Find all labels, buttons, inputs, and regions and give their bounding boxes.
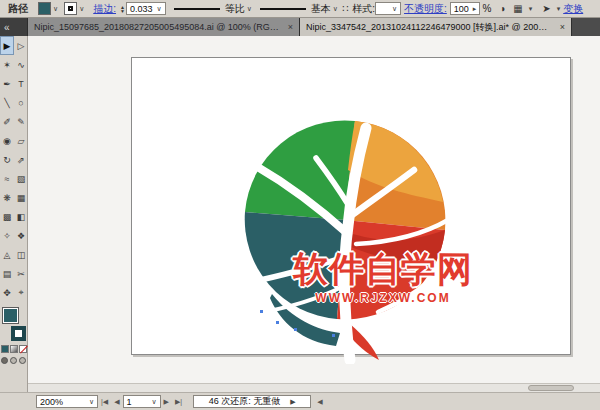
stroke-proxy-icon[interactable] [11, 326, 26, 341]
document-tabs: Nipic_15097685_20180827205005495084.ai @… [28, 18, 572, 36]
toolbox-grid: ▶▷✶∿✒T╲○✐✎◉▱↻⇗≈▧❋▦▩◧✧❖◬◫▤✂✥⌖ [0, 36, 27, 302]
live-paint-bucket-tool[interactable]: ◬ [0, 245, 14, 264]
previous-artboard-icon[interactable]: ◀ [114, 398, 119, 406]
warp-tool[interactable]: ≈ [0, 169, 14, 188]
graph-tool[interactable]: ▦ [14, 188, 28, 207]
blend-tool[interactable]: ❖ [14, 226, 28, 245]
paintbrush-tool[interactable]: ✐ [0, 112, 14, 131]
chevron-down-icon: ∨ [53, 5, 58, 13]
context-label: 路径 [8, 2, 28, 16]
normal-screen-mode-button[interactable] [1, 357, 8, 364]
lasso-tool[interactable]: ∿ [14, 55, 28, 74]
opacity-field[interactable]: 100 ▸ [450, 2, 481, 15]
zoom-level-dropdown[interactable]: 200% ∨ [36, 395, 98, 408]
menu-arrow-icon[interactable]: ▾ [529, 5, 533, 13]
align-icon[interactable]: ▦ [513, 3, 522, 14]
document-tab-title: Nipic_15097685_20180827205005495084.ai @… [34, 21, 283, 34]
stepper-down-icon[interactable]: ▼ [120, 9, 125, 13]
hand-tool[interactable]: ✥ [0, 283, 14, 302]
chevron-down-icon[interactable]: ∨ [333, 5, 338, 13]
style-dropdown[interactable]: ∨ [375, 2, 401, 15]
stroke-weight-stepper[interactable]: ▲ ▼ [120, 5, 125, 13]
fill-stroke-indicator[interactable] [0, 305, 28, 343]
direct-selection-tool[interactable]: ▷ [14, 36, 28, 55]
brush-definition-preview-icon [260, 8, 306, 10]
slice-tool[interactable]: ✂ [14, 264, 28, 283]
transform-panel-link[interactable]: 变换 [563, 2, 583, 16]
full-screen-menu-mode-button[interactable] [10, 357, 17, 364]
opacity-unit-label: % [482, 3, 491, 14]
full-screen-mode-button[interactable] [19, 357, 26, 364]
blob-brush-tool[interactable]: ◉ [0, 131, 14, 150]
brush-options-icon[interactable]: ∷ [342, 3, 348, 14]
ellipse-tool[interactable]: ○ [14, 93, 28, 112]
fill-proxy-icon[interactable] [2, 307, 19, 324]
fill-color-button[interactable]: ∨ [38, 2, 58, 15]
style-label: 样式: [352, 2, 375, 16]
status-menu-icon: ▶ [290, 398, 295, 406]
opacity-panel-link[interactable]: 不透明度: [404, 2, 447, 16]
canvas-area[interactable]: 软件自学网 WWW.RJZXW.COM [28, 36, 600, 383]
gradient-mode-button[interactable] [10, 345, 18, 353]
symbol-sprayer-tool[interactable]: ❋ [0, 188, 14, 207]
stroke-profile-label[interactable]: 等比 [225, 2, 245, 16]
next-artboard-icon[interactable]: ▶ [164, 398, 169, 406]
zoom-tool[interactable]: ⌖ [14, 283, 28, 302]
status-readout[interactable]: 46 次还原: 无重做 ▶ [193, 395, 311, 408]
document-tab-1[interactable]: Nipic_15097685_20180827205005495084.ai @… [28, 18, 300, 36]
opacity-value: 100 [454, 4, 469, 14]
illustrator-window: 路径 ∨ ∨ 描边: ▲ ▼ 0.033 ∨ 等比 ∨ 基本 ∨ ∷ 样式: ∨… [0, 0, 600, 410]
first-artboard-icon[interactable]: |◀ [101, 398, 108, 406]
document-tab-2[interactable]: Nipic_3347542_20131024112246479000 [转换].… [300, 18, 572, 36]
menu-arrow-icon[interactable]: ▾ [557, 5, 561, 13]
tab-strip: « Nipic_15097685_20180827205005495084.ai… [0, 18, 600, 36]
horizontal-scrollbar-thumb[interactable] [528, 385, 574, 391]
artboard-navigation-dropdown[interactable]: 1 ∨ [123, 395, 161, 408]
document-tab-title: Nipic_3347542_20131024112246479000 [转换].… [306, 21, 555, 34]
chevron-down-icon: ∨ [392, 5, 397, 13]
brush-definition-label[interactable]: 基本 [311, 2, 331, 16]
artboard-tool[interactable]: ▤ [0, 264, 14, 283]
status-bar: 200% ∨ |◀ ◀ 1 ∨ ▶ ▶| 46 次还原: 无重做 ▶ ◀ [0, 392, 600, 410]
tab-close-icon[interactable]: × [288, 22, 293, 32]
scale-tool[interactable]: ⇗ [14, 150, 28, 169]
collapse-left-icon: « [4, 22, 10, 33]
screen-mode-buttons [0, 357, 27, 364]
pen-tool[interactable]: ✒ [0, 74, 14, 93]
toolbox: ▶▷✶∿✒T╲○✐✎◉▱↻⇗≈▧❋▦▩◧✧❖◬◫▤✂✥⌖ [0, 36, 28, 392]
none-mode-button[interactable] [19, 345, 27, 353]
zoom-level-value: 200% [40, 397, 63, 407]
rotate-tool[interactable]: ↻ [0, 150, 14, 169]
stroke-panel-link[interactable]: 描边: [93, 2, 116, 16]
pencil-tool[interactable]: ✎ [14, 112, 28, 131]
stroke-color-swatch-icon [64, 2, 77, 15]
fill-color-swatch-icon [38, 2, 51, 15]
select-similar-icon[interactable]: ➤ [542, 3, 550, 14]
live-paint-selection-tool[interactable]: ◫ [14, 245, 28, 264]
status-collapse-icon[interactable]: ◀ [317, 398, 322, 406]
eyedropper-tool[interactable]: ✧ [0, 226, 14, 245]
paint-mode-buttons [0, 345, 27, 353]
free-transform-tool[interactable]: ▧ [14, 169, 28, 188]
tab-close-icon[interactable]: × [560, 22, 565, 32]
chevron-down-icon[interactable]: ∨ [247, 5, 252, 13]
chevron-down-icon: ∨ [151, 398, 156, 406]
eraser-tool[interactable]: ▱ [14, 131, 28, 150]
chevron-down-icon: ∨ [79, 5, 84, 13]
toolbox-collapse-button[interactable]: « [0, 18, 28, 36]
color-mode-button[interactable] [1, 345, 9, 353]
selection-tool[interactable]: ▶ [0, 36, 14, 55]
last-artboard-icon[interactable]: ▶| [175, 398, 182, 406]
stroke-color-button[interactable]: ∨ [64, 2, 84, 15]
control-bar: 路径 ∨ ∨ 描边: ▲ ▼ 0.033 ∨ 等比 ∨ 基本 ∨ ∷ 样式: ∨… [0, 0, 600, 18]
stroke-weight-field[interactable]: 0.033 ∨ [126, 2, 166, 15]
tree-logo-artwork[interactable] [232, 114, 462, 364]
type-tool[interactable]: T [14, 74, 28, 93]
mesh-tool[interactable]: ▩ [0, 207, 14, 226]
recolor-artwork-icon[interactable]: ◑ [499, 3, 505, 14]
line-segment-tool[interactable]: ╲ [0, 93, 14, 112]
gradient-tool[interactable]: ◧ [14, 207, 28, 226]
chevron-down-icon: ∨ [157, 5, 162, 13]
horizontal-scrollbar[interactable] [28, 383, 600, 392]
magic-wand-tool[interactable]: ✶ [0, 55, 14, 74]
